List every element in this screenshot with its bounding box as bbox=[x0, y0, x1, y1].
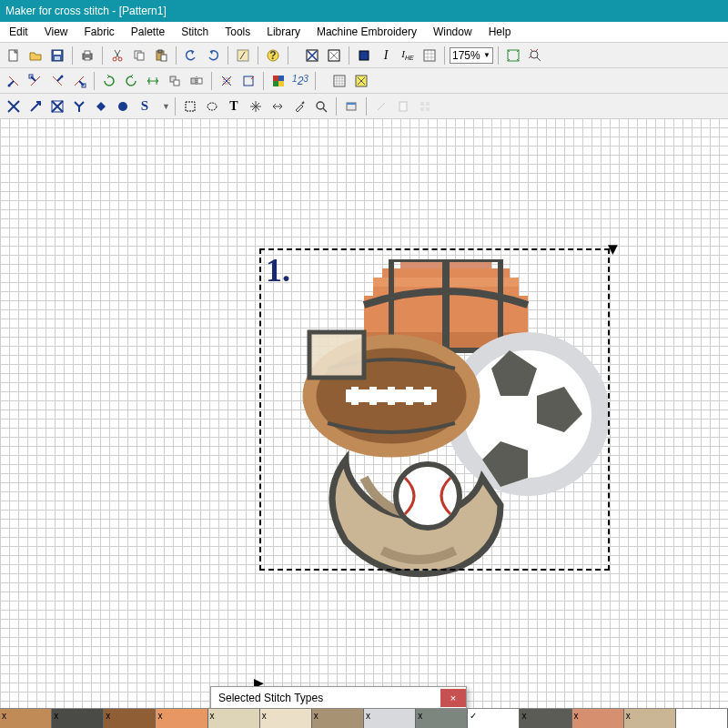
cut-button[interactable] bbox=[107, 46, 127, 66]
wizard-button[interactable] bbox=[233, 46, 253, 66]
swatch-0[interactable]: x bbox=[0, 709, 52, 728]
svg-rect-33 bbox=[244, 76, 253, 86]
star-button[interactable] bbox=[246, 96, 266, 116]
float-header[interactable]: Selected Stitch Types × bbox=[211, 687, 466, 709]
eyedropper-button[interactable] bbox=[289, 96, 309, 116]
pattern-reference-number: 1. bbox=[266, 251, 290, 289]
svg-rect-46 bbox=[347, 103, 356, 105]
svg-point-44 bbox=[317, 102, 324, 109]
zoom-combo[interactable]: 175%▼ bbox=[450, 47, 493, 64]
circle-button[interactable] bbox=[113, 96, 133, 116]
half-bl-button[interactable] bbox=[4, 71, 24, 91]
fullstitch-x-button[interactable] bbox=[302, 46, 322, 66]
svg-rect-5 bbox=[85, 51, 90, 55]
svg-rect-34 bbox=[273, 76, 278, 81]
swatch-marker: x bbox=[106, 711, 110, 721]
float-title: Selected Stitch Types bbox=[218, 692, 323, 704]
swatch-10[interactable]: x bbox=[520, 709, 571, 728]
selection-marker-top[interactable]: ◀ bbox=[604, 245, 619, 255]
undo-button[interactable] bbox=[181, 46, 201, 66]
stitch-x-button[interactable] bbox=[4, 96, 24, 116]
stitch-arrow-button[interactable] bbox=[25, 96, 46, 116]
diamond-button[interactable] bbox=[91, 96, 111, 116]
half-br-button[interactable] bbox=[25, 71, 46, 91]
stitch-y-button[interactable] bbox=[69, 96, 89, 116]
flip-h-button[interactable] bbox=[143, 71, 163, 91]
panel-button[interactable] bbox=[341, 96, 361, 116]
menu-edit[interactable]: Edit bbox=[2, 24, 35, 40]
stitch-box-button[interactable] bbox=[47, 96, 67, 116]
help-button[interactable]: ? bbox=[263, 46, 283, 66]
menu-machine-embroidery[interactable]: Machine Embroidery bbox=[309, 24, 424, 40]
menu-palette[interactable]: Palette bbox=[124, 24, 172, 40]
canvas-area[interactable]: 1. ◀ ▶ Selected Stitch Types × bbox=[0, 118, 728, 719]
menu-library[interactable]: Library bbox=[259, 24, 308, 40]
swatch-11[interactable]: x bbox=[572, 709, 624, 728]
svg-rect-20 bbox=[359, 51, 369, 60]
menu-window[interactable]: Window bbox=[426, 24, 480, 40]
palette-square-button[interactable] bbox=[354, 46, 374, 66]
swatch-13[interactable] bbox=[676, 709, 728, 728]
svg-rect-42 bbox=[186, 102, 195, 111]
menu-view[interactable]: View bbox=[37, 24, 76, 40]
select-xy-button[interactable] bbox=[217, 71, 237, 91]
half-tr-button[interactable] bbox=[69, 71, 89, 91]
swatch-4[interactable]: x bbox=[208, 709, 260, 728]
paste-button[interactable] bbox=[151, 46, 171, 66]
menu-fabric[interactable]: Fabric bbox=[76, 24, 121, 40]
thumb-button[interactable] bbox=[415, 96, 435, 116]
swatch-9[interactable]: ✓ bbox=[468, 709, 520, 728]
menu-tools[interactable]: Tools bbox=[217, 24, 258, 40]
page-button[interactable] bbox=[393, 96, 413, 116]
fit-button[interactable] bbox=[503, 46, 523, 66]
cross-button[interactable] bbox=[268, 96, 288, 116]
swatch-6[interactable]: x bbox=[312, 709, 364, 728]
redo-button[interactable] bbox=[203, 46, 223, 66]
swatch-12[interactable]: x bbox=[624, 709, 676, 728]
color-swap-button[interactable] bbox=[268, 71, 288, 91]
slash-button[interactable] bbox=[371, 96, 391, 116]
swatch-5[interactable]: x bbox=[260, 709, 312, 728]
swatch-3[interactable]: x bbox=[156, 709, 207, 728]
oval-button[interactable] bbox=[202, 96, 222, 116]
swatch-marker: x bbox=[366, 711, 370, 721]
menu-help[interactable]: Help bbox=[481, 24, 519, 40]
half-tl-button[interactable] bbox=[47, 71, 67, 91]
toolbar-stitch: S ▼ T bbox=[0, 93, 728, 118]
grid-opts-button[interactable] bbox=[329, 71, 349, 91]
save-button[interactable] bbox=[47, 46, 67, 66]
grid-toggle-button[interactable] bbox=[420, 46, 440, 66]
text-button[interactable]: T bbox=[224, 96, 244, 116]
svg-point-43 bbox=[207, 103, 217, 110]
swatch-marker: x bbox=[262, 711, 267, 721]
open-button[interactable] bbox=[25, 46, 46, 66]
magnify-button[interactable] bbox=[311, 96, 331, 116]
zoom-dropdown-icon[interactable]: ▼ bbox=[483, 51, 490, 59]
flip-v-button[interactable] bbox=[165, 71, 185, 91]
close-button[interactable]: × bbox=[440, 689, 466, 707]
print-button[interactable] bbox=[77, 46, 97, 66]
rot-ccw-button[interactable] bbox=[121, 71, 141, 91]
mirror-button[interactable] bbox=[187, 71, 207, 91]
grid-x-button[interactable] bbox=[351, 71, 371, 91]
s-text-button[interactable]: S bbox=[135, 96, 155, 116]
select-box-button[interactable] bbox=[238, 71, 258, 91]
svg-rect-51 bbox=[426, 107, 430, 111]
numbers-button[interactable]: 123 bbox=[290, 71, 310, 91]
copy-button[interactable] bbox=[129, 46, 149, 66]
text-i-button[interactable]: I bbox=[376, 46, 396, 66]
svg-rect-47 bbox=[399, 102, 407, 111]
svg-point-7 bbox=[113, 57, 116, 61]
swatch-1[interactable]: x bbox=[52, 709, 104, 728]
rot-cw-button[interactable] bbox=[99, 71, 119, 91]
svg-rect-37 bbox=[278, 76, 284, 81]
text-ihe-button[interactable]: IHE bbox=[398, 46, 418, 66]
zoom-in-button[interactable] bbox=[525, 46, 545, 66]
swatch-7[interactable]: x bbox=[364, 709, 416, 728]
menu-stitch[interactable]: Stitch bbox=[174, 24, 216, 40]
marquee-button[interactable] bbox=[180, 96, 200, 116]
swatch-8[interactable]: x bbox=[416, 709, 468, 728]
fullstitch-plus-button[interactable] bbox=[324, 46, 344, 66]
swatch-2[interactable]: x bbox=[104, 709, 156, 728]
new-button[interactable] bbox=[4, 46, 24, 66]
